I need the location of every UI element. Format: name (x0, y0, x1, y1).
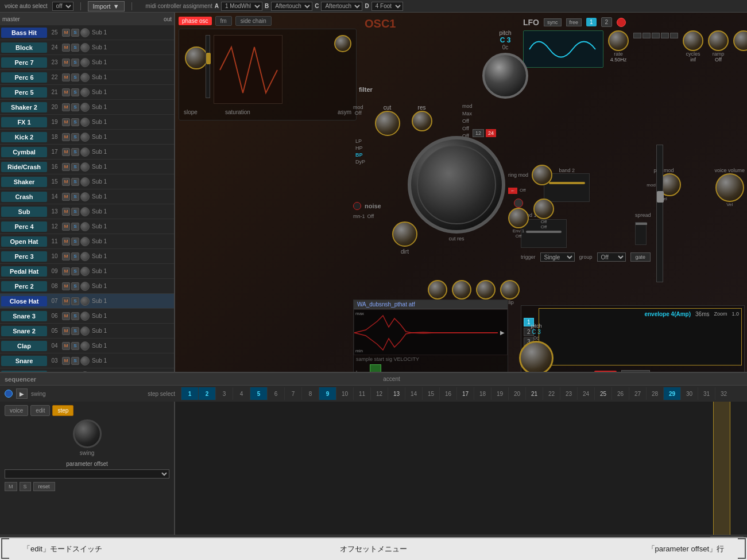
step-number[interactable]: 30 (680, 387, 698, 400)
inst-circle-btn[interactable] (80, 282, 90, 291)
solo-btn[interactable]: S (71, 357, 79, 365)
asym-knob[interactable] (334, 35, 351, 52)
step-number[interactable]: 10 (336, 387, 353, 400)
solo-btn[interactable]: S (71, 118, 79, 126)
mute-btn[interactable]: M (62, 238, 70, 246)
inst-circle-btn[interactable] (80, 252, 90, 261)
instrument-row[interactable]: Cymbal 17 M S Sub 1 (0, 145, 174, 160)
lfo-cycles-knob[interactable] (683, 30, 703, 51)
lfo-sync-btn[interactable]: sync (544, 18, 562, 26)
inst-circle-btn[interactable] (80, 133, 90, 142)
play-btn[interactable]: ▶ (16, 388, 28, 399)
step-number[interactable]: 28 (646, 387, 663, 400)
cut-knob[interactable] (375, 111, 400, 136)
instrument-row[interactable]: Snare 3 06 M S Sub 1 (0, 309, 174, 324)
inst-circle-btn[interactable] (80, 103, 90, 112)
instrument-row[interactable]: FX 1 19 M S Sub 1 (0, 115, 174, 130)
mute-btn[interactable]: M (62, 223, 70, 231)
inst-circle-btn[interactable] (80, 312, 90, 321)
ring-mod-knob[interactable] (532, 165, 552, 185)
lfo-shape-tri[interactable] (643, 33, 651, 38)
import-button[interactable]: Import ▼ (88, 1, 125, 11)
slope-knob[interactable] (185, 46, 208, 69)
inst-circle-btn[interactable] (80, 43, 90, 52)
lfo-shape-sq[interactable] (652, 33, 660, 38)
step-number[interactable]: 15 (422, 387, 439, 400)
step-number[interactable]: 20 (508, 387, 525, 400)
solo-btn[interactable]: S (71, 282, 79, 290)
step-number[interactable]: 4 (233, 387, 250, 400)
inst-circle-btn[interactable] (80, 341, 90, 351)
solo-btn[interactable]: S (71, 29, 79, 37)
instrument-row[interactable]: Crash 14 M S Sub 1 (0, 189, 174, 204)
voice-btn[interactable]: voice (5, 405, 28, 416)
mute-btn[interactable]: M (62, 73, 70, 81)
solo-btn[interactable]: S (71, 88, 79, 96)
inst-circle-btn[interactable] (80, 73, 90, 82)
step-number[interactable]: 14 (405, 387, 422, 400)
midi-d-select[interactable]: 4 Foot (371, 2, 403, 11)
volume-slider-handle[interactable] (657, 191, 664, 203)
solo-btn[interactable]: S (71, 223, 79, 231)
step-number[interactable]: 12 (370, 387, 388, 400)
midi-a-select[interactable]: 1 ModWhl (221, 2, 262, 11)
mute-btn[interactable]: M (62, 118, 70, 126)
step-number[interactable]: 16 (439, 387, 456, 400)
lfo-rate-knob[interactable] (608, 30, 629, 51)
step-number[interactable]: 29 (663, 387, 680, 400)
swing-knob[interactable] (73, 419, 102, 448)
instrument-row[interactable]: Perc 4 12 M S Sub 1 (0, 219, 174, 234)
solo-btn[interactable]: S (71, 312, 79, 320)
edit-btn[interactable]: edit (30, 405, 50, 416)
step-number[interactable]: 27 (629, 387, 646, 400)
instrument-row[interactable]: Shaker 15 M S Sub 1 (0, 174, 174, 189)
solo-btn[interactable]: S (71, 103, 79, 111)
instrument-row[interactable]: Kick 2 18 M S Sub 1 (0, 130, 174, 145)
solo-btn[interactable]: S (71, 133, 79, 141)
mute-btn[interactable]: M (62, 342, 70, 350)
inst-circle-btn[interactable] (80, 162, 90, 172)
mute-btn[interactable]: M (62, 267, 70, 275)
m-btn[interactable]: M (5, 482, 17, 491)
mute-btn[interactable]: M (62, 327, 70, 335)
solo-btn[interactable]: S (71, 267, 79, 275)
solo-btn[interactable]: S (71, 342, 79, 350)
solo-btn[interactable]: S (71, 327, 79, 335)
step-btn[interactable]: step (52, 405, 73, 416)
step-number[interactable]: 26 (611, 387, 629, 400)
instrument-row[interactable]: Perc 7 23 M S Sub 1 (0, 55, 174, 70)
step-number[interactable]: 6 (267, 387, 284, 400)
inst-circle-btn[interactable] (80, 118, 90, 127)
lfo-ramp-knob[interactable] (708, 30, 729, 51)
inst-circle-btn[interactable] (80, 297, 90, 306)
mute-btn[interactable]: M (62, 297, 70, 305)
step-number[interactable]: 3 (215, 387, 233, 400)
midi-c-select[interactable]: Aftertouch (321, 2, 362, 11)
inst-circle-btn[interactable] (80, 28, 90, 37)
instrument-row[interactable]: Sub 13 M S Sub 1 (0, 204, 174, 219)
ring-mod-red-btn[interactable]: ← (508, 188, 517, 194)
inst-circle-btn[interactable] (80, 192, 90, 201)
side-chain-tab[interactable]: side chain (235, 16, 272, 26)
lfo-btn1[interactable]: 1 (586, 18, 597, 26)
lfo-btn2[interactable]: 2 (601, 17, 613, 27)
clip-knob[interactable] (500, 280, 520, 300)
inst-circle-btn[interactable] (80, 207, 90, 216)
instrument-row[interactable]: Close Hat 07 M S Sub 1 (0, 294, 174, 309)
spread-slider[interactable] (635, 222, 647, 245)
mute-btn[interactable]: M (62, 178, 70, 186)
step-number[interactable]: 7 (284, 387, 301, 400)
trigger-select[interactable]: Single (540, 252, 575, 262)
distort-knob[interactable] (476, 280, 496, 300)
mute-btn[interactable]: M (62, 148, 70, 156)
step-number[interactable]: 2 (198, 387, 215, 400)
volume-slider-track[interactable] (656, 145, 663, 282)
instrument-row[interactable]: Perc 6 22 M S Sub 1 (0, 70, 174, 85)
inst-circle-btn[interactable] (80, 177, 90, 186)
mute-btn[interactable]: M (62, 252, 70, 260)
instrument-row[interactable]: Shaker 2 20 M S Sub 1 (0, 100, 174, 115)
group-select[interactable]: Off (597, 252, 626, 262)
step-number[interactable]: 21 (525, 387, 543, 400)
lfo-shape-ramp[interactable] (670, 33, 678, 38)
step-number[interactable]: 32 (715, 387, 732, 400)
